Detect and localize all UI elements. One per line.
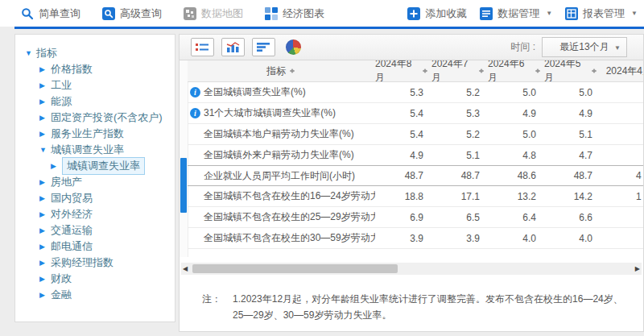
table-row[interactable]: 全国城镇不包含在校生的30—59岁劳动力失业率(%)3.93.94.04.0 xyxy=(188,228,643,249)
add-favorite-label: 添加收藏 xyxy=(425,6,467,21)
column-header[interactable]: 2024年4月 xyxy=(601,60,643,81)
value-cell: 4.0 xyxy=(544,233,601,244)
tree-item-label[interactable]: 房地产 xyxy=(51,175,82,189)
chevron-right-icon[interactable]: ▶ xyxy=(51,162,62,170)
chevron-right-icon[interactable]: ▶ xyxy=(39,65,51,73)
chevron-right-icon[interactable]: ▶ xyxy=(39,81,51,89)
tree-item-label[interactable]: 邮电通信 xyxy=(51,239,93,254)
tree-item[interactable]: ▶交通运输 xyxy=(15,222,175,239)
tree-item[interactable]: ▶国内贸易 xyxy=(15,190,175,206)
chevron-right-icon[interactable]: ▶ xyxy=(39,97,51,106)
sort-icon[interactable] xyxy=(422,66,429,76)
tree-item-label[interactable]: 采购经理指数 xyxy=(51,255,114,270)
tree-item[interactable]: ▶对外经济 xyxy=(15,206,175,222)
chevron-right-icon[interactable]: ▶ xyxy=(39,114,51,122)
table-row[interactable]: 企业就业人员周平均工作时间(小时)48.748.748.648.74 xyxy=(188,165,643,186)
value-cell: 6.4 xyxy=(488,212,544,223)
tree-item[interactable]: ▶服务业生产指数 xyxy=(15,126,175,142)
info-icon[interactable]: i xyxy=(190,87,200,97)
table-row[interactable]: 全国城镇本地户籍劳动力失业率(%)5.45.25.05.1 xyxy=(188,124,643,145)
tree-item[interactable]: ▶价格指数 xyxy=(15,61,175,77)
tree-item[interactable]: ▶固定资产投资(不含农户) xyxy=(15,110,175,126)
report-management-menu[interactable]: 报表管理 ▼ xyxy=(565,6,638,21)
tree-item[interactable]: ▶采购经理指数 xyxy=(15,255,175,271)
sort-icon[interactable] xyxy=(289,66,296,76)
nav-simple-query[interactable]: 简单查询 xyxy=(21,6,80,21)
nav-advanced-query[interactable]: 高级查询 xyxy=(102,6,162,21)
tree-item[interactable]: ▶邮电通信 xyxy=(15,239,175,255)
column-header-label: 2024年7月 xyxy=(431,60,475,85)
value-cell: 5.1 xyxy=(431,150,488,161)
data-management-menu[interactable]: 数据管理 ▼ xyxy=(480,6,552,21)
table-row[interactable]: 全国城镇不包含在校生的16—24岁劳动力失业率(%)18.817.113.214… xyxy=(188,186,643,207)
indicator-cell: i31个大城市城镇调查失业率(%) xyxy=(188,106,375,120)
tree-item[interactable]: ▶财政 xyxy=(15,271,175,287)
tree-item-label[interactable]: 交通运输 xyxy=(51,223,93,238)
list-view-button[interactable] xyxy=(191,38,214,56)
chevron-right-icon[interactable]: ▶ xyxy=(39,130,51,138)
tree-item-label[interactable]: 工业 xyxy=(51,78,72,93)
tree-item[interactable]: ▼城镇调查失业率 xyxy=(15,142,175,158)
sort-icon[interactable] xyxy=(591,66,598,76)
tree-item[interactable]: ▶城镇调查失业率 xyxy=(15,158,175,174)
tree-item[interactable]: ▼指标 xyxy=(15,45,175,61)
nav-econ-charts-label: 经济图表 xyxy=(283,6,324,21)
nav-econ-charts[interactable]: 经济图表 xyxy=(265,6,324,21)
column-header[interactable]: 2024年7月 xyxy=(431,60,488,81)
horizontal-scrollbar[interactable]: ◀ ▶ xyxy=(181,263,642,275)
chevron-right-icon[interactable]: ▶ xyxy=(39,243,51,251)
chevron-right-icon[interactable]: ▶ xyxy=(39,178,51,186)
indicator-cell: 全国城镇不包含在校生的16—24岁劳动力失业率(%) xyxy=(188,189,375,203)
horizontal-bar-view-button[interactable] xyxy=(252,38,275,56)
chevron-right-icon[interactable]: ▶ xyxy=(39,194,51,202)
chevron-right-icon[interactable]: ▶ xyxy=(39,291,51,299)
tree-item-label[interactable]: 对外经济 xyxy=(51,207,93,222)
tree-item-label[interactable]: 财政 xyxy=(51,272,72,286)
chevron-right-icon[interactable]: ▶ xyxy=(39,210,51,218)
bar-chart-view-button[interactable] xyxy=(221,38,245,56)
horizontal-scrollbar-thumb[interactable] xyxy=(192,264,398,273)
table-row[interactable]: i全国城镇调查失业率(%)5.35.25.05.0 xyxy=(188,82,643,103)
table-row[interactable]: i31个大城市城镇调查失业率(%)5.45.34.94.9 xyxy=(188,103,643,124)
tree-item-label[interactable]: 指标 xyxy=(36,46,57,60)
column-header[interactable]: 2024年6月 xyxy=(488,60,544,81)
time-range-select[interactable]: 最近13个月 ▼ xyxy=(542,37,627,57)
tree-item-label[interactable]: 国内贸易 xyxy=(51,191,93,205)
chevron-right-icon[interactable]: ▶ xyxy=(39,226,51,234)
tree-item[interactable]: ▶工业 xyxy=(15,77,175,93)
chevron-down-icon[interactable]: ▼ xyxy=(39,146,51,154)
add-favorite-button[interactable]: 添加收藏 xyxy=(407,6,467,21)
tree-item-label[interactable]: 城镇调查失业率 xyxy=(62,157,145,175)
tree-item-label[interactable]: 金融 xyxy=(51,288,72,302)
table-row[interactable]: 全国城镇不包含在校生的25—29岁劳动力失业率(%)6.96.56.46.6 xyxy=(188,207,643,228)
tree-item-label[interactable]: 固定资产投资(不含农户) xyxy=(51,110,163,125)
column-header[interactable]: 指标 xyxy=(188,60,375,81)
tree-item-label[interactable]: 能源 xyxy=(51,94,72,109)
scroll-right-icon[interactable]: ▶ xyxy=(635,265,640,272)
tree-item-label[interactable]: 价格指数 xyxy=(51,62,93,77)
tree-item[interactable]: ▶房地产 xyxy=(15,174,175,190)
chevron-down-icon[interactable]: ▼ xyxy=(25,49,36,57)
info-icon[interactable]: i xyxy=(190,108,200,118)
chevron-right-icon[interactable]: ▶ xyxy=(39,275,51,283)
table-row[interactable]: 全国城镇外来户籍劳动力失业率(%)4.95.14.84.7 xyxy=(188,145,643,166)
scroll-left-icon[interactable]: ◀ xyxy=(183,265,188,272)
tree-item[interactable]: ▶能源 xyxy=(15,93,175,110)
column-header-label: 2024年4月 xyxy=(606,64,643,78)
column-header[interactable]: 2024年5月 xyxy=(544,60,601,81)
pie-chart-view-button[interactable] xyxy=(283,39,304,56)
indicator-cell: 全国城镇本地户籍劳动力失业率(%) xyxy=(188,127,375,141)
indicator-label: 全国城镇本地户籍劳动力失业率(%) xyxy=(204,127,354,141)
sort-icon[interactable] xyxy=(535,66,542,76)
note-label: 注： xyxy=(202,291,233,323)
column-header[interactable]: 2024年8月 xyxy=(375,60,431,81)
indicator-label: 31个大城市城镇调查失业率(%) xyxy=(204,106,336,120)
vertical-scrollbar-thumb[interactable] xyxy=(180,158,187,213)
tree-item[interactable]: ▶金融 xyxy=(15,287,175,303)
tree-item-label[interactable]: 城镇调查失业率 xyxy=(51,143,124,157)
chevron-right-icon[interactable]: ▶ xyxy=(39,259,51,267)
column-header-label: 2024年8月 xyxy=(375,60,419,85)
tree-item-label[interactable]: 服务业生产指数 xyxy=(51,127,124,141)
sort-icon[interactable] xyxy=(478,66,485,76)
nav-data-map[interactable]: 数据地图 xyxy=(184,6,243,21)
